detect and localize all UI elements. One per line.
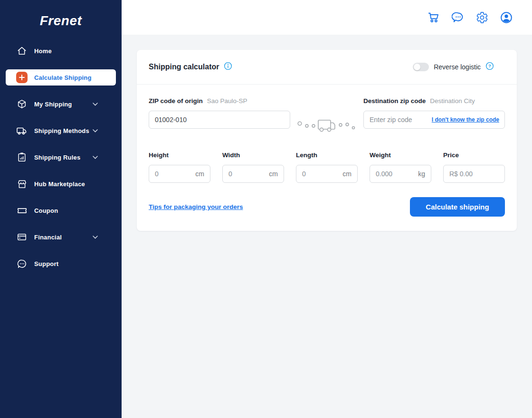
help-icon[interactable]: ? [485,62,494,72]
credit-card-icon [16,231,28,243]
truck-icon [16,125,28,136]
origin-field-group: ZIP code of origin Sao Paulo-SP [149,97,290,129]
dimensions-row: Height cm Width cm [149,152,505,183]
messages-icon[interactable] [451,11,465,24]
weight-field: Weight kg [370,152,431,183]
sidebar-item-label: Home [34,48,52,55]
ticket-icon [16,205,28,216]
price-input[interactable] [444,165,499,182]
calculate-shipping-button[interactable]: Calculate shipping [410,197,505,217]
sidebar-item-my-shipping[interactable]: My Shipping [0,96,122,112]
sidebar-item-label: Calculate Shipping [34,74,92,81]
price-label: Price [443,152,505,159]
weight-label: Weight [370,152,431,159]
sidebar-item-label: Coupon [34,207,58,214]
sidebar: Frenet Home Calculate Shipping My Shippi… [0,0,122,418]
length-field: Length cm [296,152,358,183]
box-icon [16,98,28,110]
packaging-tips-link[interactable]: Tips for packaging your orders [149,203,243,210]
page-content: Shipping calculator Reverse logistic ? [122,35,532,418]
reverse-logistic-label: Reverse logistic [434,63,481,71]
sidebar-nav: Home Calculate Shipping My Shipping [0,43,122,282]
zip-row: ZIP code of origin Sao Paulo-SP [149,97,505,136]
toggle-knob [414,64,420,70]
home-icon [16,45,28,57]
height-input[interactable] [149,165,195,182]
sidebar-item-label: Financial [34,234,62,241]
chevron-down-icon [93,156,98,159]
origin-city: Sao Paulo-SP [207,97,247,104]
sidebar-item-label: Shipping Rules [34,154,80,161]
destination-field-group: Destination zip code Destination City I … [363,97,505,129]
sidebar-item-support[interactable]: Support [0,256,122,272]
chevron-down-icon [93,236,98,239]
sidebar-item-label: My Shipping [34,101,72,108]
sidebar-item-label: Hub Marketplace [34,180,85,188]
main-area: Shipping calculator Reverse logistic ? [122,0,532,418]
card-header: Shipping calculator Reverse logistic ? [137,50,517,85]
card-body: ZIP code of origin Sao Paulo-SP [137,85,517,231]
topbar [122,0,532,35]
chevron-down-icon [93,103,98,106]
svg-text:?: ? [488,63,491,68]
sidebar-item-label: Shipping Methods [34,127,89,134]
width-unit: cm [269,170,284,178]
width-label: Width [222,152,284,159]
sidebar-item-home[interactable]: Home [0,43,122,59]
page-title: Shipping calculator [149,63,219,71]
destination-city: Destination City [430,97,475,104]
length-unit: cm [342,170,357,178]
sidebar-item-hub-marketplace[interactable]: Hub Marketplace [0,176,122,192]
length-label: Length [296,152,358,159]
sidebar-item-shipping-methods[interactable]: Shipping Methods [0,123,122,139]
length-input[interactable] [296,165,342,182]
width-field: Width cm [222,152,284,183]
weight-input[interactable] [370,165,418,182]
rules-chart-icon [16,152,28,163]
actions-row: Tips for packaging your orders Calculate… [149,197,505,217]
settings-gear-icon[interactable] [475,11,489,24]
width-input[interactable] [223,165,269,182]
sidebar-item-label: Support [34,260,58,267]
plus-icon [16,72,28,83]
sidebar-item-shipping-rules[interactable]: Shipping Rules [0,149,122,165]
price-field: Price [443,152,505,183]
height-label: Height [149,152,210,159]
cart-icon[interactable] [427,11,440,24]
sidebar-item-coupon[interactable]: Coupon [0,202,122,218]
shipping-calculator-card: Shipping calculator Reverse logistic ? [137,50,517,231]
chat-icon [16,258,28,269]
dont-know-zip-link[interactable]: I don't know the zip code [432,116,499,123]
chevron-down-icon [93,129,98,133]
storefront-icon [16,178,28,190]
info-icon[interactable] [224,62,232,72]
sidebar-item-financial[interactable]: Financial [0,229,122,245]
sidebar-item-calculate-shipping[interactable]: Calculate Shipping [6,69,116,86]
account-icon[interactable] [500,11,513,24]
height-field: Height cm [149,152,210,183]
origin-label: ZIP code of origin [149,97,203,104]
reverse-logistic-toggle[interactable] [413,63,429,71]
app-root: Frenet Home Calculate Shipping My Shippi… [0,0,532,418]
destination-label: Destination zip code [363,97,426,104]
weight-unit: kg [418,170,431,178]
truck-route-decoration [290,97,363,136]
height-unit: cm [195,170,210,178]
frenet-logo: Frenet [0,13,122,28]
origin-zip-input[interactable] [149,111,290,129]
